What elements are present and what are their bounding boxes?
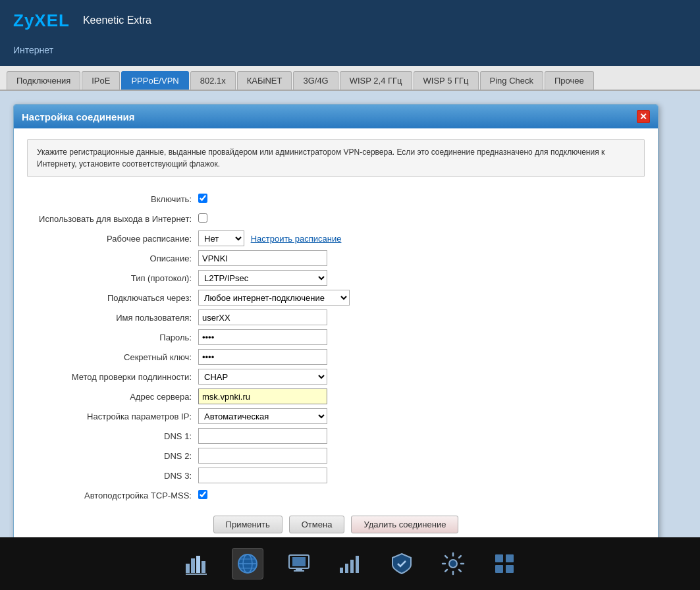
description-input[interactable] (198, 250, 327, 266)
taskbar-signal-icon[interactable] (335, 548, 366, 579)
schedule-field: Нет Настроить расписание (198, 228, 645, 248)
auth-method-label: Метод проверки подлинности: (27, 367, 198, 387)
auth-method-field: CHAP PAP MS-CHAP (198, 367, 645, 387)
internet-label: Использовать для выхода в Интернет: (27, 209, 198, 228)
password-field (198, 327, 645, 347)
row-enable: Включить: (27, 189, 645, 209)
mss-field (198, 485, 645, 505)
ip-settings-select[interactable]: Автоматическая Ручная (198, 408, 327, 424)
delete-button[interactable]: Удалить соединение (351, 516, 458, 533)
username-field (198, 308, 645, 327)
enable-checkbox[interactable] (198, 194, 207, 203)
type-select[interactable]: L2TP/IPsec PPTP L2TP (198, 270, 327, 286)
svg-rect-22 (506, 565, 514, 573)
svg-rect-19 (495, 554, 503, 562)
secret-field (198, 347, 645, 367)
dialog-title-bar: Настройка соединения ✕ (14, 105, 658, 128)
description-field (198, 248, 645, 268)
tab-prochee[interactable]: Прочее (545, 71, 594, 90)
svg-point-18 (449, 560, 457, 568)
tab-ipoe[interactable]: IPoE (82, 71, 120, 90)
taskbar-gear-icon[interactable] (437, 548, 469, 579)
dns2-field (198, 446, 645, 466)
form-table: Включить: Использовать для выхода в Инте… (27, 189, 645, 505)
taskbar-apps-icon[interactable] (489, 548, 520, 579)
description-label: Описание: (27, 248, 198, 268)
main-content: Настройка соединения ✕ Укажите регистрац… (0, 91, 700, 562)
connect-via-field: Любое интернет-подключение (198, 288, 645, 308)
row-secret: Секретный ключ: (27, 347, 645, 367)
tab-pingcheck[interactable]: Ping Check (480, 71, 543, 90)
logo-zyxel: ZyXEL (13, 11, 70, 31)
schedule-select[interactable]: Нет (198, 230, 244, 246)
cancel-button[interactable]: Отмена (289, 516, 345, 533)
tab-wisp5[interactable]: WISP 5 ГГц (414, 71, 479, 90)
svg-rect-13 (294, 570, 304, 572)
row-dns1: DNS 1: (27, 426, 645, 446)
username-input[interactable] (198, 309, 327, 325)
tab-podklyucheniya[interactable]: Подключения (7, 71, 80, 90)
type-label: Тип (протокол): (27, 268, 198, 288)
apply-button[interactable]: Применить (213, 516, 283, 533)
nav-internet[interactable]: Интернет (13, 42, 53, 58)
dns1-label: DNS 1: (27, 426, 198, 446)
taskbar-computer-icon[interactable] (283, 548, 315, 579)
row-description: Описание: (27, 248, 645, 268)
taskbar-chart-icon[interactable] (180, 548, 212, 579)
mss-checkbox[interactable] (198, 490, 207, 499)
svg-rect-2 (196, 556, 200, 573)
server-input[interactable] (198, 389, 327, 404)
dns1-field (198, 426, 645, 446)
server-field (198, 387, 645, 406)
enable-label: Включить: (27, 189, 198, 209)
svg-rect-16 (350, 560, 354, 573)
tab-pppoe-vpn[interactable]: PPPoE/VPN (121, 71, 188, 90)
schedule-link[interactable]: Настроить расписание (251, 234, 342, 244)
tab-kabinet[interactable]: КАБiNET (237, 71, 292, 90)
enable-field (198, 189, 645, 209)
username-label: Имя пользователя: (27, 308, 198, 327)
row-server: Адрес сервера: (27, 387, 645, 406)
dns2-input[interactable] (198, 448, 327, 464)
dialog: Настройка соединения ✕ Укажите регистрац… (13, 104, 659, 547)
internet-field (198, 209, 645, 228)
dns3-field (198, 466, 645, 485)
svg-rect-21 (495, 565, 503, 573)
connect-via-select[interactable]: Любое интернет-подключение (198, 290, 350, 306)
dialog-title: Настройка соединения (22, 111, 134, 122)
schedule-label: Рабочее расписание: (27, 228, 198, 248)
connect-via-label: Подключаться через: (27, 288, 198, 308)
header: ZyXEL Keenetic Extra (0, 0, 700, 41)
svg-rect-15 (345, 564, 348, 573)
svg-rect-20 (506, 554, 514, 562)
row-auth-method: Метод проверки подлинности: CHAP PAP MS-… (27, 367, 645, 387)
tab-8021x[interactable]: 802.1x (190, 71, 236, 90)
dialog-close-button[interactable]: ✕ (637, 110, 650, 123)
buttons-row: Применить Отмена Удалить соединение (27, 516, 645, 533)
taskbar (0, 537, 700, 590)
row-type: Тип (протокол): L2TP/IPsec PPTP L2TP (27, 268, 645, 288)
password-label: Пароль: (27, 327, 198, 347)
tab-3g4g[interactable]: 3G/4G (293, 71, 338, 90)
row-dns3: DNS 3: (27, 466, 645, 485)
svg-rect-3 (202, 561, 205, 573)
ip-settings-label: Настройка параметров IP: (27, 406, 198, 426)
svg-rect-17 (356, 556, 359, 573)
auth-method-select[interactable]: CHAP PAP MS-CHAP (198, 369, 327, 385)
svg-rect-11 (292, 557, 306, 566)
row-connect-via: Подключаться через: Любое интернет-подкл… (27, 288, 645, 308)
dns3-input[interactable] (198, 468, 327, 483)
password-input[interactable] (198, 329, 327, 345)
secret-input[interactable] (198, 349, 327, 365)
svg-rect-1 (191, 558, 195, 573)
taskbar-shield-icon[interactable] (386, 548, 417, 579)
tab-wisp24[interactable]: WISP 2,4 ГГц (340, 71, 412, 90)
dialog-body: Укажите регистрационные данные, выданные… (14, 128, 658, 547)
row-mss: Автоподстройка TCP-MSS: (27, 485, 645, 505)
row-password: Пароль: (27, 327, 645, 347)
dns1-input[interactable] (198, 428, 327, 444)
secret-label: Секретный ключ: (27, 347, 198, 367)
taskbar-globe-icon[interactable] (232, 548, 263, 579)
internet-checkbox[interactable] (198, 213, 207, 223)
row-username: Имя пользователя: (27, 308, 645, 327)
